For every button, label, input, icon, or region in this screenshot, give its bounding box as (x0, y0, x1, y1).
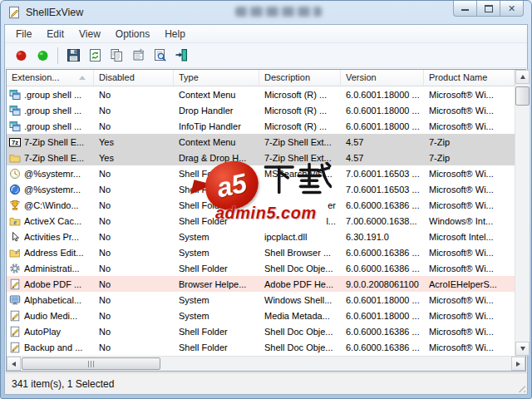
scroll-left-button[interactable] (7, 357, 21, 371)
list-top: Extension...DisabledTypeDescriptionVersi… (7, 70, 525, 356)
menu-edit[interactable]: Edit (39, 27, 71, 42)
resize-grip[interactable] (515, 382, 525, 392)
cell-product: Microsoft® Wi... (424, 311, 515, 321)
table-row[interactable]: Alphabetical...NoSystemWindows Shell...6… (7, 292, 515, 308)
cell-extension: @%systemr... (7, 168, 94, 180)
table-row[interactable]: 7z7-Zip Shell E...YesContext Menu7-Zip S… (7, 134, 515, 150)
table-row[interactable]: Backup and ...NoShell FolderShell Doc Ob… (7, 339, 515, 355)
vertical-scroll-thumb[interactable] (515, 86, 530, 106)
cell-version: 7.0.6001.16503 ... (341, 169, 424, 179)
refresh-icon (88, 48, 102, 62)
scroll-right-button[interactable] (511, 357, 525, 371)
cell-disabled: Yes (94, 153, 174, 163)
table-row[interactable]: .group shell ...NoDrop HandlerMicrosoft … (7, 102, 515, 118)
cell-type: Context Menu (174, 90, 259, 100)
table-row[interactable]: AutoPlayNoShell FolderShell Doc Obje...6… (7, 323, 515, 339)
cell-extension: .group shell ... (7, 105, 94, 116)
close-button[interactable]: ✕ (500, 1, 524, 17)
table-row[interactable]: 7-Zip Shell E...YesDrag & Drop H...7-Zip… (7, 150, 515, 165)
doc-pen-icon (9, 342, 21, 353)
maximize-button[interactable] (476, 1, 500, 17)
extension-label: @%systemr... (24, 169, 81, 179)
cell-extension: AutoPlay (7, 326, 94, 337)
cell-extension: Address Edit... (7, 247, 94, 259)
table-row[interactable]: @%systemr...NoShell FolderMSSearch Vist.… (7, 165, 515, 181)
table-row[interactable]: Adobe PDF ...NoBrowser Helpe...Adobe PDF… (7, 276, 515, 292)
cell-disabled: No (94, 264, 174, 273)
column-header-product-name[interactable]: Product Name (424, 70, 515, 86)
globe-icon (9, 184, 21, 195)
status-bar: 341 item(s), 1 Selected (5, 372, 527, 394)
vertical-scrollbar[interactable] (515, 70, 530, 356)
menu-help[interactable]: Help (157, 27, 193, 42)
table-row[interactable]: eActiveX Cac...NoShell Folderl...7.00.60… (7, 213, 515, 229)
disable-selected-button[interactable] (10, 46, 32, 66)
cell-product: Windows® Int... (424, 216, 515, 226)
cell-extension: Adobe PDF ... (7, 278, 94, 290)
title-bar[interactable]: ShellExView ✕ (1, 1, 531, 23)
clock-icon (9, 168, 21, 180)
column-header-version[interactable]: Version (341, 70, 424, 86)
cell-product: Microsoft® Wi... (424, 342, 515, 352)
cell-extension: 7z7-Zip Shell E... (7, 136, 94, 148)
column-header-description[interactable]: Description (259, 70, 341, 86)
cell-version: 6.0.6001.18000 ... (341, 106, 424, 116)
cell-product: Microsoft® Wi... (424, 264, 515, 273)
cell-version: 4.57 (341, 137, 424, 147)
refresh-button[interactable] (84, 46, 106, 66)
cell-type: Shell Folder (174, 169, 259, 179)
find-button[interactable] (149, 46, 170, 66)
column-header-extension[interactable]: Extension... (7, 70, 94, 86)
cell-description: Shell Doc Obje... (259, 327, 341, 337)
horizontal-scrollbar[interactable] (7, 356, 525, 371)
cell-description: Shell Browser ... (259, 248, 341, 258)
doc-pen-icon (9, 326, 21, 337)
table-row[interactable]: Address Edit...NoSystemShell Browser ...… (7, 244, 515, 260)
cell-extension: .group shell ... (7, 89, 94, 101)
table-row[interactable]: .group shell ...NoContext MenuMicrosoft … (7, 86, 515, 102)
thumb-grip (93, 361, 94, 367)
cell-disabled: No (94, 248, 174, 258)
cell-type: Shell Folder (174, 185, 259, 195)
menu-options[interactable]: Options (108, 27, 157, 42)
table-row[interactable]: @%systemr...NoShell Folder7.0.6001.16503… (7, 181, 515, 197)
exit-button[interactable] (170, 46, 192, 66)
svg-text:7z: 7z (12, 139, 18, 146)
column-header-label: Description (264, 72, 310, 82)
copy-button[interactable] (106, 46, 127, 66)
cell-disabled: No (94, 169, 174, 179)
cell-extension: Backup and ... (7, 342, 94, 353)
shellexview-window: ShellExView ✕ FileEditViewOptionsHelp Ex… (0, 0, 532, 399)
table-row[interactable]: Audio Medi...NoSystemMedia Metada...6.0.… (7, 308, 515, 323)
menu-view[interactable]: View (71, 27, 108, 42)
table-row[interactable]: @C:\Windo...NoShell Folderer6.0.6000.163… (7, 197, 515, 213)
horizontal-scroll-thumb[interactable] (22, 357, 160, 370)
column-header-type[interactable]: Type (174, 70, 259, 86)
cell-extension: @C:\Windo... (7, 200, 94, 211)
cell-extension: Activities Pr... (7, 231, 94, 243)
table-row[interactable]: Activities Pr...NoSystemipcplact.dll6.30… (7, 229, 515, 244)
cell-product: AcroIEHelperS... (424, 279, 515, 289)
cell-description: Shell Doc Obje... (259, 264, 341, 273)
table-row[interactable]: .group shell ...NoInfoTip HandlerMicroso… (7, 118, 515, 134)
cell-disabled: No (94, 342, 174, 352)
table-row[interactable]: Administrati...NoShell FolderShell Doc O… (7, 260, 515, 276)
cell-product: Microsoft® Wi... (424, 248, 515, 258)
right-arrow-icon (516, 362, 520, 367)
properties-button[interactable] (127, 46, 149, 66)
column-header-disabled[interactable]: Disabled (94, 70, 174, 86)
enable-selected-button[interactable] (32, 46, 53, 66)
scroll-down-button[interactable] (515, 342, 530, 356)
group-windows-icon (9, 121, 21, 132)
extension-label: 7-Zip Shell E... (24, 153, 84, 163)
group-windows-icon (9, 89, 21, 101)
save-button[interactable] (62, 46, 84, 66)
scroll-up-button[interactable] (515, 70, 530, 84)
cell-disabled: No (94, 90, 174, 100)
minimize-button[interactable] (453, 1, 477, 17)
menu-file[interactable]: File (8, 27, 39, 42)
cell-type: Shell Folder (174, 216, 259, 226)
column-header-label: Disabled (99, 72, 135, 82)
cell-version: 6.0.6001.18000 ... (341, 295, 424, 305)
trophy-icon (9, 200, 21, 211)
